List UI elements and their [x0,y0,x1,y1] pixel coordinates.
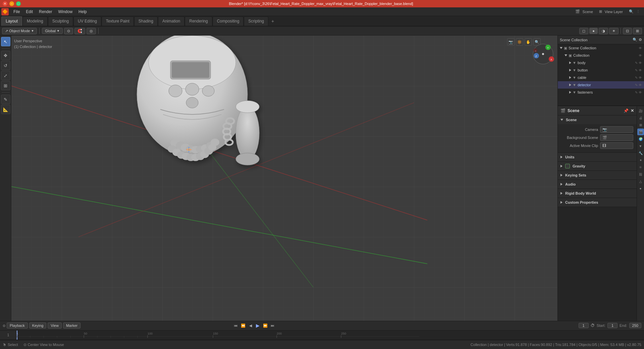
physics-props-icon[interactable]: ⚛ [637,164,644,170]
object-props-icon[interactable]: ▼ [637,143,644,149]
movie-clip-value[interactable]: 🎞 [600,142,633,149]
minimize-button[interactable]: − [9,1,14,6]
menu-help[interactable]: Help [76,9,90,15]
outliner-item-body[interactable]: ▼ body ✎ 👁 [558,59,644,66]
outliner-item-collection[interactable]: ▣ Collection 👁 [558,52,644,59]
overlay-toggle[interactable]: ⊡ [623,28,632,34]
edit-icon-detector[interactable]: ✎ [635,83,638,87]
prop-close-icon[interactable]: ✕ [631,108,634,113]
material-props-icon[interactable]: ● [637,185,644,192]
rotate-tool-button[interactable]: ↺ [1,61,10,70]
current-frame-display[interactable]: 1 [579,323,589,328]
tab-shading[interactable]: Shading [134,16,158,26]
measure-tool-button[interactable]: 📐 [1,105,10,114]
play-pause-button[interactable]: ▶ [255,322,261,329]
wireframe-mode[interactable]: ◻ [579,28,588,34]
annotate-tool-button[interactable]: ✎ [1,95,10,104]
gravity-section-header[interactable]: Gravity [558,162,637,170]
navigation-gizmo[interactable]: X Y Z -X [531,42,555,66]
timeline-ruler[interactable]: 1 1 50 100 150 200 250 [0,331,644,340]
eye-icon-button[interactable]: 👁 [639,68,642,72]
maximize-button[interactable]: □ [16,1,21,6]
eye-icon-cable[interactable]: 👁 [639,76,642,80]
start-frame-display[interactable]: 1 [607,323,618,328]
custom-properties-header[interactable]: Custom Properties [558,198,637,207]
outliner-filter-icon[interactable]: ⚙ [639,38,642,42]
prop-pin-icon[interactable]: 📌 [624,108,629,113]
global-selector[interactable]: Global ▼ [42,28,63,34]
window-controls[interactable]: ✕ − □ [3,1,21,6]
modifier-props-icon[interactable]: 🔧 [637,150,644,156]
tab-uv-editing[interactable]: UV Editing [73,16,101,26]
view-layer-props-icon[interactable]: ⊞ [637,121,644,128]
tab-layout[interactable]: Layout [1,16,22,26]
viewport-3d[interactable]: User Perspective (1) Collection | detect… [11,36,557,321]
edit-icon-cable[interactable]: ✎ [635,76,638,80]
edit-icon-body[interactable]: ✎ [635,61,638,65]
header-more-icon[interactable]: ⋮ [636,9,640,14]
eye-icon-fasteners[interactable]: 👁 [639,91,642,94]
blender-logo[interactable]: 🔶 [1,8,9,15]
solid-mode[interactable]: ● [589,28,598,34]
particle-props-icon[interactable]: ✦ [637,157,644,163]
xray-toggle[interactable]: ⊞ [633,28,642,34]
keying-menu[interactable]: Keying [29,322,47,329]
play-back-button[interactable]: ◀ [248,322,254,329]
output-props-icon[interactable]: 🖨 [637,114,644,121]
gravity-checkbox[interactable] [565,164,570,168]
data-props-icon[interactable]: △ [637,178,644,185]
tab-compositing[interactable]: Compositing [213,16,244,26]
tab-rendering[interactable]: Rendering [185,16,212,26]
menu-file[interactable]: File [11,9,22,15]
move-tool-button[interactable]: ✥ [1,51,10,60]
hand-icon[interactable]: ✋ [525,38,532,46]
outliner-item-cable[interactable]: ▼ cable ✎ 👁 [558,74,644,81]
add-workspace-button[interactable]: + [269,17,277,25]
jump-start-button[interactable]: ⏮ [233,322,239,329]
playback-menu[interactable]: Playback [7,322,28,329]
snap-selector[interactable]: 🧲 [74,28,85,34]
step-back-button[interactable]: ⏪ [240,322,246,329]
menu-window[interactable]: Window [55,9,75,15]
camera-value[interactable]: 📷 [600,126,633,133]
close-button[interactable]: ✕ [3,1,7,6]
menu-edit[interactable]: Edit [23,9,36,15]
header-search-icon[interactable]: 🔍 [629,9,634,14]
tab-animation[interactable]: Animation [158,16,184,26]
audio-section-header[interactable]: Audio [558,180,637,189]
material-mode[interactable]: ◑ [599,28,608,34]
camera-viewport-icon[interactable]: 📷 [507,38,515,46]
constraint-props-icon[interactable]: ⛓ [637,171,644,178]
step-forward-button[interactable]: ⏩ [262,322,268,329]
units-section-header[interactable]: Units [558,153,637,161]
outliner-item-scene-collection[interactable]: ▣ Scene Collection 👁 [558,44,644,52]
select-tool-button[interactable]: ↖ [1,37,10,46]
eye-icon-body[interactable]: 👁 [639,61,642,65]
outliner-item-fasteners[interactable]: ▼ fasteners ✎ 👁 [558,89,644,96]
object-mode-selector[interactable]: ↗ Object Mode ▼ [2,28,37,34]
rigid-body-world-header[interactable]: Rigid Body World [558,189,637,198]
outliner-search-icon[interactable]: 🔍 [633,38,637,42]
view-menu[interactable]: View [48,322,62,329]
eye-icon-detector[interactable]: 👁 [639,83,642,87]
render-props-icon[interactable]: 🎥 [637,107,644,114]
rendered-mode[interactable]: ☀ [609,28,619,34]
render-icon[interactable]: 🔆 [516,38,523,46]
world-props-icon[interactable]: 🌍 [637,136,644,142]
keying-sets-section-header[interactable]: Keying Sets [558,171,637,180]
scale-tool-button[interactable]: ⤢ [1,71,10,80]
marker-menu[interactable]: Marker [63,322,80,329]
end-frame-display[interactable]: 250 [629,323,641,328]
jump-end-button[interactable]: ⏭ [270,322,276,329]
transform-tool-button[interactable]: ⊞ [1,81,10,90]
menu-render[interactable]: Render [36,9,55,15]
tab-sculpting[interactable]: Sculpting [48,16,73,26]
scene-section-header[interactable]: Scene [558,115,637,124]
tab-modeling[interactable]: Modeling [22,16,48,26]
tab-scripting[interactable]: Scripting [244,16,268,26]
edit-icon-button[interactable]: ✎ [635,68,638,72]
eye-icon-collection[interactable]: 👁 [639,54,642,57]
origin-selector[interactable]: ⊙ [64,28,73,34]
proportional-selector[interactable]: ◎ [87,28,96,34]
eye-icon-scene[interactable]: 👁 [639,46,642,50]
